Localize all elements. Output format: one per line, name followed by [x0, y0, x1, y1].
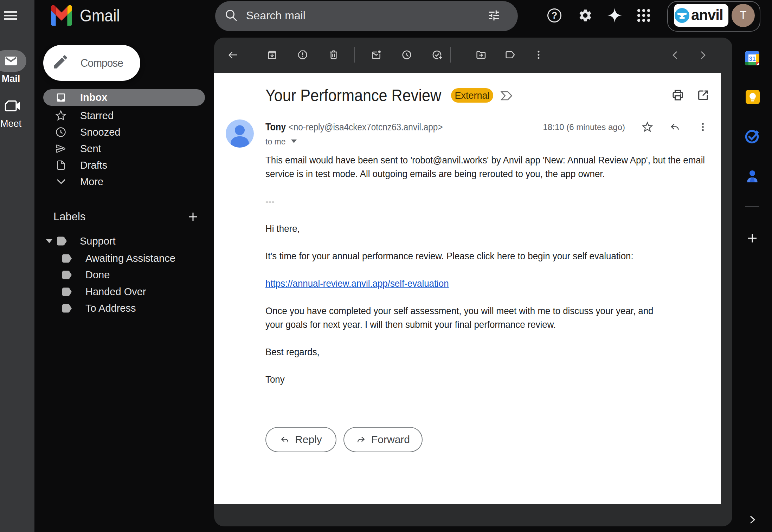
- svg-text:31: 31: [749, 56, 756, 62]
- svg-text:?: ?: [552, 10, 558, 21]
